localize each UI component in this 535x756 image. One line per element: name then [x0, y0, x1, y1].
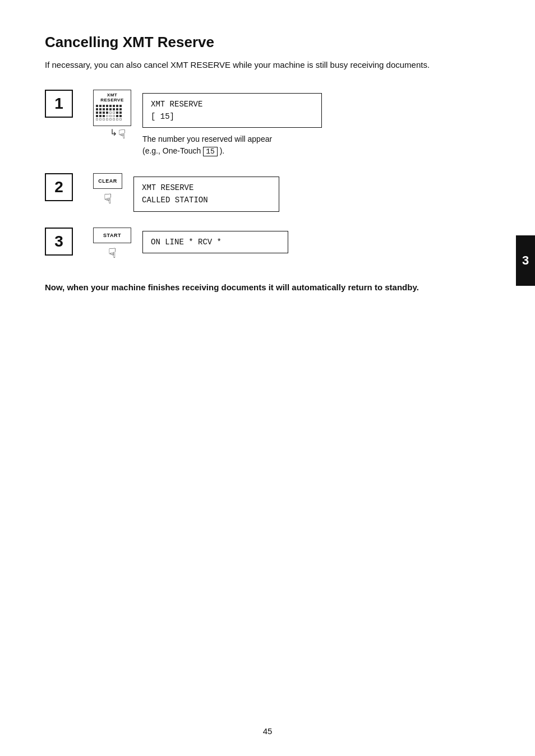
key-grid-dots: [96, 105, 128, 121]
step-2-row: 2 CLEAR ☟ XMT RESERVE CALLED STATION: [45, 173, 490, 212]
step-1-number: 1: [45, 90, 73, 118]
xmt-reserve-key-label-line1: XMT: [96, 92, 128, 98]
step-2-display: XMT RESERVE CALLED STATION: [133, 177, 279, 212]
section-tab-label: 3: [522, 253, 529, 268]
step-1-row: 1 XMT RESERVE ↳ ☟: [45, 90, 490, 157]
step-2-right: XMT RESERVE CALLED STATION: [133, 173, 490, 212]
hand-pointer-2-icon: ☟: [104, 191, 112, 207]
step-3-number: 3: [45, 228, 73, 256]
step-1-display: XMT RESERVE [ 15]: [142, 93, 322, 128]
intro-text: If necessary, you can also cancel XMT RE…: [45, 59, 490, 72]
clear-key: CLEAR: [93, 173, 122, 189]
step-3-display-line1: ON LINE * RCV *: [151, 236, 280, 248]
hand-pointer-icon: ☟: [118, 127, 126, 142]
section-tab: 3: [516, 235, 535, 286]
page-number: 45: [263, 726, 273, 736]
step-2-key-illustration: CLEAR ☟: [93, 173, 122, 207]
step-2-display-line2: CALLED STATION: [142, 194, 271, 206]
step-1-key-illustration: XMT RESERVE ↳ ☟: [93, 90, 131, 142]
clear-key-label: CLEAR: [98, 178, 117, 184]
step-1-display-line2: [ 15]: [151, 110, 313, 123]
step-1-caption: The number you reserved will appear (e.g…: [142, 133, 490, 157]
step-3-left: 3 START ☟: [45, 228, 131, 261]
step-3-display: ON LINE * RCV *: [142, 231, 288, 253]
start-key: START: [93, 228, 131, 243]
curved-arrow-icon: ↳: [110, 127, 117, 138]
step-2-number: 2: [45, 173, 73, 201]
hand-pointer-3-icon: ☟: [108, 245, 117, 261]
step-3-key-illustration: START ☟: [93, 228, 131, 261]
step-1-left: 1 XMT RESERVE ↳ ☟: [45, 90, 131, 142]
step-1-display-line1: XMT RESERVE: [151, 98, 313, 110]
xmt-reserve-key-label-line2: RESERVE: [96, 98, 128, 103]
one-touch-number-box: 15: [203, 147, 218, 156]
page-title: Cancelling XMT Reserve: [45, 34, 490, 51]
step-1-right: XMT RESERVE [ 15] The number you reserve…: [142, 90, 490, 157]
step-3-right: ON LINE * RCV *: [142, 228, 490, 253]
step-3-row: 3 START ☟ ON LINE * RCV *: [45, 228, 490, 261]
step-2-display-line1: XMT RESERVE: [142, 182, 271, 194]
outro-text: Now, when your machine finishes receivin…: [45, 281, 490, 294]
step-2-left: 2 CLEAR ☟: [45, 173, 122, 207]
xmt-reserve-key: XMT RESERVE: [93, 90, 131, 126]
start-key-label: START: [103, 233, 121, 238]
